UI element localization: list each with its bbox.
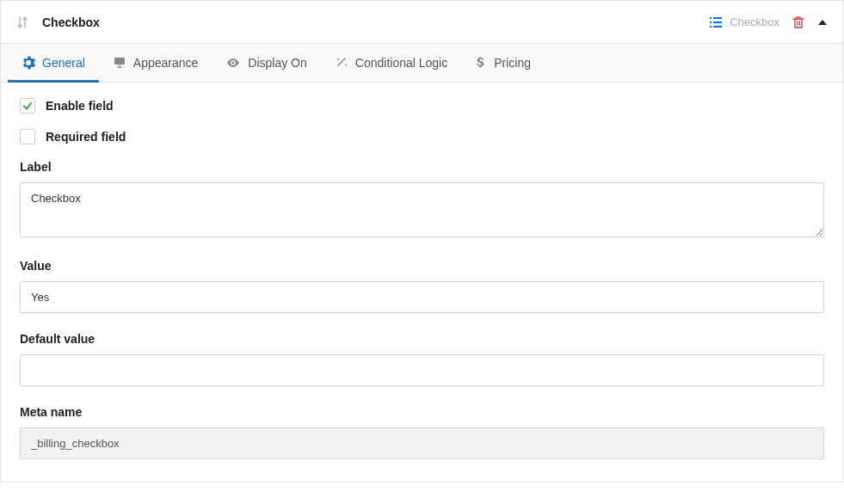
tab-label: Pricing [494, 56, 531, 70]
tab-label: Appearance [133, 56, 199, 70]
svg-rect-1 [713, 17, 722, 19]
tab-conditional-logic[interactable]: Conditional Logic [321, 44, 461, 82]
general-tab-content: Enable field Required field Label Value … [1, 83, 843, 482]
tab-label: Conditional Logic [355, 56, 447, 70]
tab-general[interactable]: General [8, 44, 99, 82]
collapse-toggle-icon[interactable] [817, 17, 828, 28]
panel-header-right: Checkbox [709, 15, 828, 29]
appearance-icon [113, 56, 126, 70]
enable-field-label: Enable field [46, 99, 114, 113]
svg-rect-5 [713, 26, 722, 28]
required-field-label: Required field [46, 130, 126, 144]
svg-rect-3 [713, 22, 722, 23]
default-value-field-input[interactable] [20, 354, 824, 386]
tab-label: General [42, 56, 85, 70]
wand-icon [335, 56, 348, 70]
value-field-input[interactable] [20, 281, 824, 313]
drag-handle-icon[interactable] [16, 15, 28, 29]
meta-name-group: Meta name [20, 405, 824, 459]
dollar-icon [475, 56, 487, 70]
delete-button[interactable] [792, 15, 805, 29]
svg-rect-4 [710, 26, 712, 28]
gear-icon [22, 56, 35, 70]
svg-point-9 [232, 62, 235, 65]
tab-pricing[interactable]: Pricing [461, 44, 545, 82]
value-group: Value [20, 259, 824, 313]
panel-header-left: Checkbox [16, 15, 100, 29]
label-field-input[interactable] [20, 182, 824, 237]
field-type-chip: Checkbox [709, 15, 779, 29]
svg-rect-8 [117, 67, 122, 68]
meta-name-field-input [20, 427, 824, 459]
tab-display-on[interactable]: Display On [212, 44, 320, 82]
field-settings-panel: Checkbox Checkbox [0, 0, 844, 482]
list-icon [709, 15, 723, 29]
enable-field-checkbox[interactable] [20, 98, 35, 114]
default-value-group: Default value [20, 332, 824, 386]
required-field-checkbox[interactable] [20, 129, 35, 144]
field-type-label: Checkbox [730, 15, 779, 28]
svg-rect-7 [118, 65, 121, 66]
panel-header: Checkbox Checkbox [1, 1, 843, 44]
label-field-label: Label [20, 160, 824, 174]
svg-rect-6 [114, 58, 125, 65]
enable-field-row: Enable field [20, 98, 824, 114]
meta-name-field-label: Meta name [20, 405, 824, 419]
tab-appearance[interactable]: Appearance [99, 44, 213, 82]
value-field-label: Value [20, 259, 824, 273]
tab-label: Display On [248, 56, 306, 70]
eye-icon [225, 56, 241, 70]
default-value-field-label: Default value [20, 332, 824, 346]
tabs-nav: General Appearance Display On Conditiona… [1, 44, 843, 83]
svg-rect-0 [710, 17, 712, 19]
panel-title: Checkbox [42, 15, 100, 29]
svg-rect-2 [710, 22, 712, 23]
label-group: Label [20, 160, 824, 240]
required-field-row: Required field [20, 129, 824, 144]
